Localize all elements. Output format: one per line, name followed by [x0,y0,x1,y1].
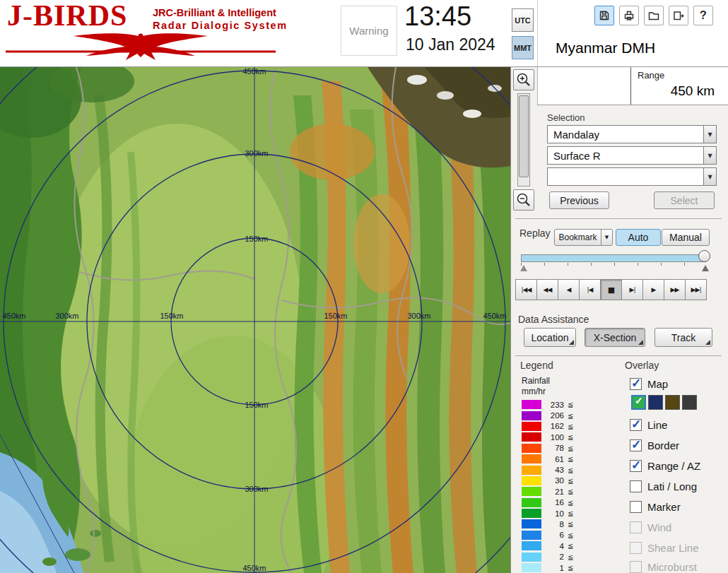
ring-label: 300km [245,485,268,493]
legend-row: 43≦ [522,464,573,475]
header-divider [537,0,538,66]
map-style-swatches [631,395,697,410]
legend-color-swatch [522,411,541,420]
legend-color-swatch [522,466,541,475]
checkbox-icon[interactable] [630,419,642,431]
step-forward-button[interactable]: ▶| [621,279,643,300]
legend-value: 162 [546,422,564,430]
play-button[interactable]: ▶ [642,279,664,300]
legend-color-swatch [522,422,541,431]
zoom-slider-thumb[interactable] [519,95,529,177]
jbirds-application: J-BIRDS JRC-Brilliant & Intelligent Rada… [0,0,728,573]
zoom-out-button[interactable] [513,189,534,211]
track-button[interactable]: Track [654,328,712,347]
overlay-checkbox-range-az[interactable]: Range / AZ [630,458,700,473]
skip-to-start-button[interactable]: |◀◀ [515,279,537,300]
warning-button[interactable]: Warning [341,6,397,56]
station-title: Myanmar DMH [556,40,655,57]
map-style-green-swatch[interactable] [631,395,646,410]
legend-value: 43 [546,466,564,474]
selection-label: Selection [547,112,585,123]
ring-label: 150km [245,235,268,243]
ring-label: 450km [2,312,25,320]
location-button[interactable]: Location [524,328,576,347]
bookmark-button[interactable]: Bookmark ▼ [554,229,613,246]
previous-button[interactable]: Previous [549,191,609,209]
overlay-checkbox-line[interactable]: Line [630,417,667,432]
clock-date: 10 Jan 2024 [406,35,495,54]
overlay-checkbox-map[interactable]: Map [630,376,668,391]
chevron-down-icon[interactable]: ▼ [703,168,716,185]
product-dropdown[interactable]: Surface R ▼ [547,146,717,165]
map-style-olive-swatch[interactable] [665,395,680,410]
overlay-checkbox-lati-long[interactable]: Lati / Long [630,478,697,494]
station-dropdown[interactable]: Mandalay ▼ [547,125,717,143]
save-button[interactable] [594,6,614,25]
legend-color-swatch [522,487,541,496]
x-section-button[interactable]: X-Section [585,328,645,347]
step-back-button[interactable]: |◀ [579,279,601,300]
overlay-checkbox-label: Lati / Long [647,480,697,492]
play-reverse-button[interactable]: ◀ [558,279,580,300]
help-icon: ? [700,9,707,22]
zoom-in-button[interactable] [513,69,534,90]
header: J-BIRDS JRC-Brilliant & Intelligent Rada… [0,0,728,67]
option-dropdown[interactable]: ▼ [547,167,717,186]
ring-label: 300km [55,312,78,320]
legend-row: 10≦ [522,508,573,519]
mmt-button[interactable]: MMT [512,36,534,59]
ring-label: 450km [242,564,266,572]
stop-button[interactable]: ■ [600,279,622,300]
legend-unit-line2: mm/hr [522,386,546,396]
leq-symbol: ≦ [568,509,573,517]
open-file-button[interactable] [644,6,664,25]
legend-value: 8 [546,520,564,528]
legend-value: 61 [546,455,564,463]
overlay-checkbox-border[interactable]: Border [630,437,679,453]
chevron-down-icon[interactable]: ▼ [601,230,612,245]
skip-to-end-button[interactable]: ▶▶| [685,279,707,300]
checkbox-icon [630,561,642,573]
zoom-slider[interactable] [517,93,530,187]
leq-symbol: ≦ [568,542,573,550]
map-style-navy-swatch[interactable] [648,395,663,410]
legend-color-swatch [522,519,541,528]
legend-value: 100 [546,433,564,442]
chevron-down-icon[interactable]: ▼ [703,147,716,164]
legend-value: 2 [546,553,564,561]
legend-value: 1 [546,564,564,572]
replay-timeline-track[interactable] [521,254,706,262]
legend-value: 30 [546,476,564,485]
ring-label: 300km [245,149,268,158]
print-button[interactable] [619,6,639,25]
overlay-checkbox-marker[interactable]: Marker [630,499,681,514]
replay-timeline-handle[interactable] [698,250,710,262]
checkbox-icon[interactable] [630,439,642,451]
fast-forward-button[interactable]: ▶▶ [664,279,686,300]
ring-label: 150km [245,401,268,409]
export-button[interactable] [669,6,688,25]
help-button[interactable]: ? [693,6,713,25]
timeline-start-marker [520,265,527,271]
checkbox-icon[interactable] [630,501,642,513]
legend-row: 30≦ [522,475,573,486]
legend-row: 61≦ [522,454,573,464]
legend-color-swatch [522,454,541,463]
checkbox-icon[interactable] [630,460,642,472]
ring-label: 150km [160,312,183,320]
zoom-in-icon [516,72,532,88]
ring-label: 450km [242,67,266,76]
auto-mode-button[interactable]: Auto [616,229,661,246]
utc-button[interactable]: UTC [512,8,534,32]
fast-rewind-button[interactable]: ◀◀ [536,279,558,300]
manual-mode-button[interactable]: Manual [662,229,710,246]
map-style-gray-swatch[interactable] [682,395,697,410]
radar-map-display[interactable]: 450km 300km 150km 150km 300km 450km 450k… [0,67,510,573]
checkbox-icon[interactable] [630,480,642,492]
checkbox-icon[interactable] [630,378,642,390]
overlay-checkbox-wind: Wind [630,519,671,535]
ring-label: 450km [483,312,506,320]
chevron-down-icon[interactable]: ▼ [703,126,716,143]
save-icon [598,9,611,22]
leq-symbol: ≦ [568,553,573,561]
